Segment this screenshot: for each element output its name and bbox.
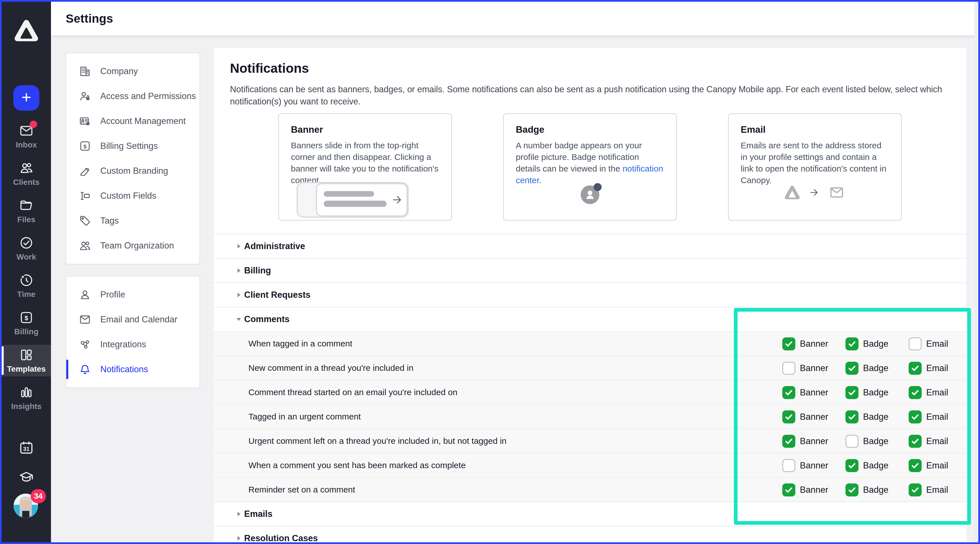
vertical-scrollbar[interactable] [974, 2, 978, 542]
billing-icon: $ [19, 310, 34, 325]
event-label: Tagged in an urgent comment [248, 412, 361, 422]
banner-checkbox[interactable] [782, 484, 795, 496]
email-checkbox-group[interactable]: Email [908, 478, 948, 502]
settings-nav-item-billing-settings[interactable]: $Billing Settings [66, 133, 199, 159]
accordion-header-resolution-cases[interactable]: Resolution Cases [214, 526, 966, 542]
accordion-label: Comments [244, 314, 290, 324]
email-checkbox[interactable] [908, 386, 922, 399]
checkbox-label: Email [926, 460, 948, 471]
sidebar-item-label: Insights [11, 402, 41, 411]
banner-checkbox-group[interactable]: Banner [782, 454, 828, 478]
settings-nav-group-2: ProfileEmail and CalendarIntegrationsNot… [66, 276, 200, 388]
sidebar-item-label: Files [17, 215, 35, 224]
notification-event-row: Reminder set on a commentBannerBadgeEmai… [214, 477, 966, 501]
badge-checkbox[interactable] [845, 411, 859, 423]
badge-checkbox[interactable] [845, 337, 859, 351]
banner-checkbox-group[interactable]: Banner [782, 478, 828, 502]
badge-checkbox[interactable] [845, 484, 859, 496]
settings-nav-label: Custom Branding [100, 166, 168, 176]
notification-center-link[interactable]: notification center [516, 164, 663, 185]
banner-checkbox[interactable] [782, 459, 795, 472]
settings-nav-item-company[interactable]: Company [66, 59, 199, 84]
sidebar-item-files[interactable]: Files [2, 195, 51, 227]
accordion-label: Resolution Cases [244, 533, 318, 542]
sidebar-item-calendar[interactable]: 31 [2, 440, 51, 457]
settings-nav-label: Tags [100, 216, 119, 226]
badge-checkbox-group[interactable]: Badge [845, 478, 889, 502]
notifications-panel: Notifications Notifications can be sent … [214, 48, 966, 542]
badge-checkbox-group[interactable]: Badge [845, 381, 889, 405]
settings-nav-item-access-and-permissions[interactable]: Access and Permissions [66, 84, 199, 109]
accordion-header-billing[interactable]: Billing [214, 258, 966, 282]
email-checkbox[interactable] [908, 484, 922, 496]
sidebar-item-inbox[interactable]: Inbox [2, 121, 51, 152]
banner-checkbox-group[interactable]: Banner [782, 381, 828, 405]
global-add-button[interactable] [13, 85, 39, 111]
email-checkbox[interactable] [908, 459, 922, 472]
chevron-right-icon [235, 535, 242, 541]
settings-nav-item-account-management[interactable]: Account Management [66, 109, 199, 133]
settings-nav-label: Integrations [100, 339, 146, 350]
event-label: New comment in a thread you're included … [248, 363, 414, 373]
badge-checkbox-group[interactable]: Badge [845, 454, 889, 478]
banner-checkbox[interactable] [782, 386, 795, 399]
sidebar-item-clients[interactable]: Clients [2, 158, 51, 190]
email-checkbox[interactable] [908, 362, 922, 375]
banner-checkbox-group[interactable]: Banner [782, 405, 828, 429]
badge-checkbox[interactable] [845, 435, 859, 448]
checkbox-label: Banner [800, 412, 828, 422]
settings-nav-item-tags[interactable]: Tags [66, 208, 199, 233]
accordion-header-comments[interactable]: Comments [214, 307, 966, 331]
badge-checkbox-group[interactable]: Badge [845, 405, 889, 429]
sidebar-item-work[interactable]: Work [2, 233, 51, 264]
email-checkbox-group[interactable]: Email [908, 332, 948, 356]
email-checkbox[interactable] [908, 337, 922, 351]
banner-checkbox-group[interactable]: Banner [782, 332, 828, 356]
badge-checkbox-group[interactable]: Badge [845, 429, 889, 454]
accordion-header-client-requests[interactable]: Client Requests [214, 282, 966, 307]
canopy-logo-icon[interactable] [14, 18, 39, 42]
badge-checkbox-group[interactable]: Badge [845, 332, 889, 356]
banner-checkbox-group[interactable]: Banner [782, 429, 828, 454]
access-permissions-icon [79, 90, 91, 103]
checkbox-label: Banner [800, 460, 828, 471]
email-checkbox-group[interactable]: Email [908, 356, 948, 381]
email-checkbox-group[interactable]: Email [908, 454, 948, 478]
settings-nav-item-profile[interactable]: Profile [66, 282, 199, 307]
email-checkbox[interactable] [908, 411, 922, 423]
accordion-label: Administrative [244, 241, 305, 251]
settings-nav-item-team-organization[interactable]: Team Organization [66, 233, 199, 258]
banner-checkbox[interactable] [782, 337, 795, 351]
sidebar-item-insights[interactable]: Insights [2, 382, 51, 414]
badge-checkbox[interactable] [845, 386, 859, 399]
sidebar-item-billing[interactable]: $Billing [2, 308, 51, 339]
user-avatar[interactable]: 34 [14, 493, 39, 519]
email-checkbox-group[interactable]: Email [908, 429, 948, 454]
tags-icon [79, 214, 91, 227]
settings-nav-item-integrations[interactable]: Integrations [66, 332, 199, 357]
notification-event-row: When a comment you sent has been marked … [214, 453, 966, 477]
settings-nav-item-notifications[interactable]: Notifications [66, 357, 199, 382]
settings-nav-item-email-and-calendar[interactable]: Email and Calendar [66, 307, 199, 332]
sidebar-item-time[interactable]: Time [2, 270, 51, 302]
sidebar-item-label: Work [16, 252, 36, 262]
badge-checkbox-group[interactable]: Badge [845, 356, 889, 381]
sidebar-item-learning[interactable] [2, 469, 51, 486]
badge-checkbox[interactable] [845, 362, 859, 375]
banner-checkbox[interactable] [782, 411, 795, 423]
badge-checkbox[interactable] [845, 459, 859, 472]
email-checkbox-group[interactable]: Email [908, 381, 948, 405]
banner-checkbox[interactable] [782, 435, 795, 448]
accordion-header-administrative[interactable]: Administrative [214, 234, 966, 258]
checkbox-label: Email [926, 387, 948, 398]
banner-checkbox[interactable] [782, 362, 795, 375]
settings-nav-item-custom-fields[interactable]: Custom Fields [66, 183, 199, 208]
sidebar-item-templates[interactable]: Templates [2, 345, 51, 376]
email-checkbox[interactable] [908, 435, 922, 448]
accordion-header-emails[interactable]: Emails [214, 501, 966, 526]
settings-nav-item-custom-branding[interactable]: Custom Branding [66, 159, 199, 183]
chevron-right-icon [235, 243, 242, 249]
banner-checkbox-group[interactable]: Banner [782, 356, 828, 381]
email-checkbox-group[interactable]: Email [908, 405, 948, 429]
envelope-gray-icon [828, 185, 845, 201]
